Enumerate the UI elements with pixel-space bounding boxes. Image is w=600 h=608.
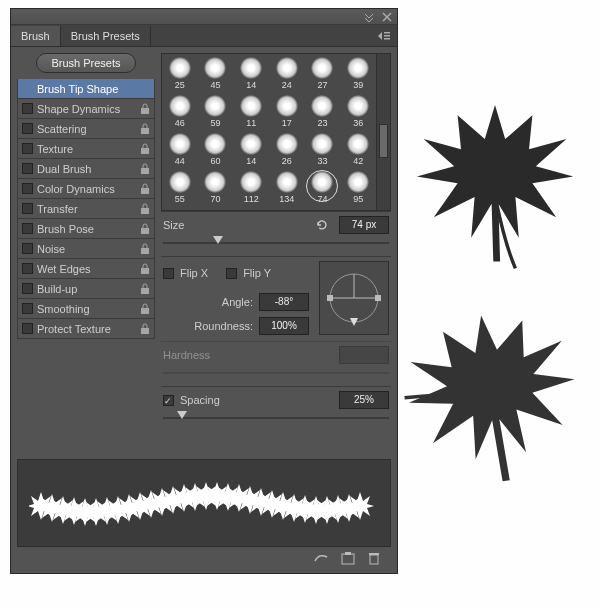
lock-icon[interactable] [140, 123, 150, 135]
brush-thumb[interactable]: 17 [269, 92, 305, 130]
checkbox[interactable] [22, 243, 33, 254]
svg-rect-18 [327, 295, 333, 301]
panel-tabs: Brush Brush Presets [11, 25, 397, 47]
hardness-label: Hardness [163, 349, 210, 361]
lock-icon[interactable] [140, 223, 150, 235]
reset-size-icon[interactable] [315, 218, 329, 232]
svg-rect-6 [141, 168, 149, 174]
brush-thumb[interactable]: 14 [233, 54, 269, 92]
flip-y-checkbox[interactable] [226, 268, 237, 279]
scroll-thumb[interactable] [379, 124, 388, 158]
brush-thumb[interactable]: 59 [198, 92, 234, 130]
lock-icon[interactable] [140, 263, 150, 275]
brush-thumb[interactable]: 134 [269, 168, 305, 206]
checkbox[interactable] [22, 283, 33, 294]
brush-thumb[interactable]: 14 [233, 130, 269, 168]
option-protect-texture[interactable]: Protect Texture [17, 319, 155, 339]
angle-dial[interactable] [319, 261, 389, 335]
option-noise[interactable]: Noise [17, 239, 155, 259]
brush-thumb[interactable]: 55 [162, 168, 198, 206]
option-transfer[interactable]: Transfer [17, 199, 155, 219]
brush-thumb[interactable]: 95 [340, 168, 376, 206]
lock-icon[interactable] [140, 303, 150, 315]
brush-thumb[interactable]: 45 [198, 54, 234, 92]
close-icon[interactable] [381, 11, 393, 23]
angle-value[interactable]: -88° [259, 293, 309, 311]
brush-presets-button[interactable]: Brush Presets [36, 53, 135, 73]
spacing-value[interactable]: 25% [339, 391, 389, 409]
roundness-value[interactable]: 100% [259, 317, 309, 335]
tab-brush-presets[interactable]: Brush Presets [61, 26, 151, 46]
brush-thumb[interactable]: 46 [162, 92, 198, 130]
brush-thumb[interactable]: 25 [162, 54, 198, 92]
checkbox[interactable] [22, 223, 33, 234]
lock-icon[interactable] [140, 243, 150, 255]
checkbox[interactable] [22, 183, 33, 194]
brush-thumb[interactable]: 23 [305, 92, 341, 130]
option-build-up[interactable]: Build-up [17, 279, 155, 299]
option-brush-tip-shape[interactable]: Brush Tip Shape [17, 79, 155, 99]
lock-icon[interactable] [140, 163, 150, 175]
spacing-checkbox[interactable] [163, 395, 174, 406]
brush-thumb[interactable]: 24 [269, 54, 305, 92]
lock-icon[interactable] [140, 183, 150, 195]
option-label: Dual Brush [37, 163, 136, 175]
lock-icon[interactable] [140, 203, 150, 215]
svg-rect-12 [141, 288, 149, 294]
option-wet-edges[interactable]: Wet Edges [17, 259, 155, 279]
brush-thumb[interactable]: 11 [233, 92, 269, 130]
checkbox[interactable] [22, 103, 33, 114]
checkbox[interactable] [22, 123, 33, 134]
svg-rect-14 [141, 328, 149, 334]
svg-rect-21 [342, 554, 354, 564]
panel-titlebar [11, 9, 397, 25]
option-brush-pose[interactable]: Brush Pose [17, 219, 155, 239]
roundness-label: Roundness: [194, 320, 253, 332]
checkbox[interactable] [22, 323, 33, 334]
brush-thumb[interactable]: 60 [198, 130, 234, 168]
brush-thumb[interactable]: 27 [305, 54, 341, 92]
trash-icon[interactable] [367, 551, 381, 565]
lock-icon[interactable] [140, 323, 150, 335]
thumbs-scrollbar[interactable] [376, 54, 390, 210]
brush-thumb[interactable]: 33 [305, 130, 341, 168]
option-scattering[interactable]: Scattering [17, 119, 155, 139]
brush-thumb[interactable]: 36 [340, 92, 376, 130]
svg-rect-13 [141, 308, 149, 314]
brush-thumb[interactable]: 44 [162, 130, 198, 168]
brush-thumb[interactable]: 26 [269, 130, 305, 168]
checkbox[interactable] [22, 163, 33, 174]
brush-thumb[interactable]: 112 [233, 168, 269, 206]
lock-icon[interactable] [140, 283, 150, 295]
size-value[interactable]: 74 px [339, 216, 389, 234]
option-color-dynamics[interactable]: Color Dynamics [17, 179, 155, 199]
panel-menu-icon[interactable] [377, 30, 391, 42]
toggle-preview-icon[interactable] [313, 551, 329, 565]
brush-thumb[interactable]: 74 [305, 168, 341, 206]
brush-thumb[interactable]: 42 [340, 130, 376, 168]
spacing-slider[interactable] [163, 411, 389, 425]
tab-brush[interactable]: Brush [11, 26, 61, 46]
option-shape-dynamics[interactable]: Shape Dynamics [17, 99, 155, 119]
lock-icon[interactable] [140, 103, 150, 115]
checkbox[interactable] [22, 303, 33, 314]
svg-rect-3 [141, 108, 149, 114]
collapse-icon[interactable] [363, 11, 375, 23]
option-dual-brush[interactable]: Dual Brush [17, 159, 155, 179]
svg-rect-8 [141, 208, 149, 214]
new-preset-icon[interactable] [341, 551, 355, 565]
lock-icon[interactable] [140, 143, 150, 155]
flip-x-checkbox[interactable] [163, 268, 174, 279]
checkbox[interactable] [22, 263, 33, 274]
brush-thumb[interactable]: 39 [340, 54, 376, 92]
brush-thumb[interactable]: 70 [198, 168, 234, 206]
leaf-silhouette [410, 90, 580, 280]
option-smoothing[interactable]: Smoothing [17, 299, 155, 319]
checkbox[interactable] [22, 143, 33, 154]
svg-rect-24 [369, 553, 379, 555]
option-texture[interactable]: Texture [17, 139, 155, 159]
option-label: Texture [37, 143, 136, 155]
size-slider[interactable] [163, 236, 389, 250]
checkbox[interactable] [22, 203, 33, 214]
spacing-label: Spacing [180, 394, 220, 406]
